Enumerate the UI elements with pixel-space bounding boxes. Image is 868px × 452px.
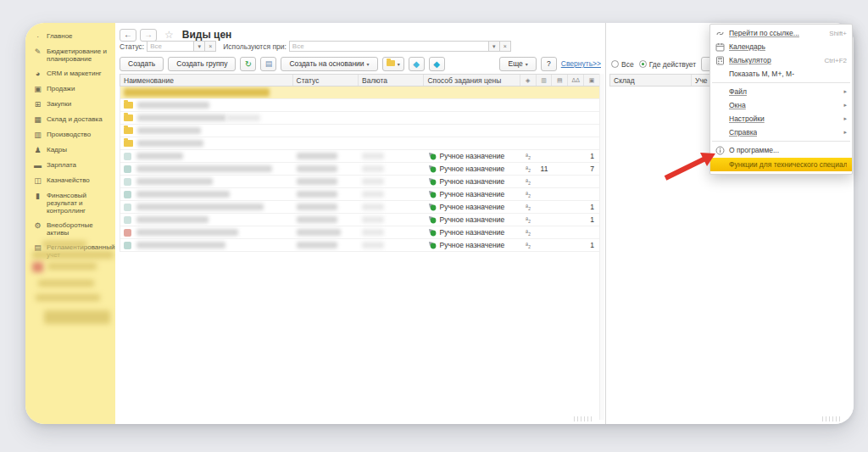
column-header-1[interactable]: Статус [293, 75, 359, 86]
diamond-action-button-2[interactable]: ◆ [429, 57, 445, 71]
radio-where-active[interactable]: Где действует [639, 60, 696, 69]
price-type-icon [124, 191, 131, 198]
help-button[interactable]: ? [541, 57, 557, 71]
person-subscript-icon: ª₂ [526, 153, 531, 160]
used-at-filter-input[interactable] [289, 41, 489, 52]
status-clear-button[interactable]: × [205, 41, 216, 52]
document-column-icon[interactable]: ▣ [584, 75, 600, 86]
table-row[interactable]: Ручное назначениеª₂ [120, 188, 600, 201]
menu-item-calculator[interactable]: Калькулятор Ctrl+F2 [710, 53, 852, 67]
collapse-link[interactable]: Свернуть>> [561, 59, 601, 68]
menu-item-info[interactable]: О программе... [710, 143, 852, 157]
menu-item-показать[interactable]: Показать M, M+, M- [710, 67, 852, 81]
blurred-text [297, 229, 341, 236]
menu-item-функции[interactable]: Функции для технического специалиста... [710, 158, 852, 171]
price-method-label: Ручное назначение [440, 215, 505, 224]
table-row[interactable]: Ручное назначениеª₂117 [120, 163, 600, 176]
name-cell [120, 226, 293, 238]
table-row[interactable]: Ручное назначениеª₂ [120, 176, 600, 188]
column-header-0[interactable]: Наименование [120, 75, 293, 86]
menu-item-calendar[interactable]: Календарь [710, 40, 852, 53]
table-row[interactable] [120, 137, 600, 150]
copy-button[interactable]: ↻ [240, 57, 256, 71]
blurred-sidebar-item [36, 294, 100, 301]
folder-icon [387, 60, 395, 66]
register-column-icon[interactable]: ▤ [552, 75, 568, 86]
menu-item-справка[interactable]: Справка ▸ [710, 126, 852, 139]
toolbar-right-group: Еще▾ ? Свернуть>> [499, 57, 601, 71]
cart-column-icon[interactable]: ▥ [537, 75, 553, 86]
sidebar: ∙ Главное ✎ Бюджетирование и планировани… [25, 23, 115, 424]
table-row[interactable]: Ручное назначениеª₂1 [120, 239, 600, 252]
flag-cell [568, 188, 584, 200]
radio-all[interactable]: Все [611, 60, 634, 69]
sidebar-item-sales[interactable]: ▣ Продажи [25, 81, 115, 97]
table-row[interactable]: Ручное назначениеª₂ [120, 226, 600, 239]
table-row[interactable] [120, 86, 600, 99]
reports-menu-button[interactable]: ▾ [382, 57, 404, 71]
table-row[interactable] [120, 112, 600, 125]
table-row[interactable]: Ручное назначениеª₂1 [120, 214, 600, 226]
menu-item-файл[interactable]: Файл ▸ [710, 85, 852, 98]
more-button[interactable]: Еще▾ [499, 57, 536, 71]
count-value: 1 [590, 241, 594, 249]
submenu-arrow-icon: ▸ [843, 102, 847, 109]
history-button[interactable]: ▤ [260, 57, 276, 71]
flag-cell [537, 125, 553, 137]
column-header-3[interactable]: Способ задания цены [424, 75, 520, 86]
status-dropdown-button[interactable]: ▾ [194, 41, 205, 52]
sidebar-item-fixed-assets[interactable]: ⚙ Внеоборотные активы [25, 218, 115, 240]
create-button[interactable]: Создать [120, 57, 164, 71]
column-header-2[interactable]: Валюта [359, 75, 424, 86]
status-filter-input[interactable] [147, 41, 194, 52]
vertical-scrollbar[interactable] [599, 74, 604, 420]
menu-shortcut: Shift+ [829, 30, 847, 37]
price-method-cell: Ручное назначение [425, 226, 520, 238]
manual-assignment-icon [428, 241, 437, 249]
table-row[interactable] [120, 99, 600, 112]
flag-cell [552, 176, 568, 187]
resize-grip[interactable] [822, 416, 841, 421]
manual-assignment-icon [428, 177, 437, 186]
sidebar-item-home[interactable]: ∙ Главное [25, 29, 115, 44]
flag-cell: ª₂ [520, 226, 537, 238]
sidebar-item-budgeting[interactable]: ✎ Бюджетирование и планирование [25, 44, 115, 66]
sidebar-item-purchases[interactable]: ⊞ Закупки [25, 97, 115, 112]
diamond-action-button-1[interactable]: ◆ [409, 57, 425, 71]
partners-column-icon[interactable]: ΔΔ [568, 75, 584, 86]
price-method-cell [425, 86, 520, 98]
blurred-text [362, 204, 384, 210]
folder-icon [124, 140, 133, 147]
sidebar-item-salary[interactable]: ▬ Зарплата [25, 158, 115, 173]
used-at-clear-button[interactable]: × [500, 41, 511, 52]
table-row[interactable] [120, 125, 600, 137]
person-subscript-icon: ª₂ [526, 204, 531, 211]
sidebar-item-production[interactable]: ▥ Производство [25, 127, 115, 142]
used-at-dropdown-button[interactable]: ▾ [489, 41, 500, 52]
create-based-on-button[interactable]: Создать на основании▾ [281, 57, 377, 71]
warehouse-column-header-0[interactable]: Склад [610, 75, 692, 86]
table-row[interactable]: Ручное назначениеª₂1 [120, 201, 600, 214]
sidebar-item-financial-result[interactable]: ▮ Финансовый результат и контроллинг [25, 188, 115, 218]
sidebar-item-warehouse[interactable]: ▦ Склад и доставка [25, 112, 115, 127]
price-method-label: Ручное назначение [440, 177, 505, 186]
status-filter-field: ▾ × [147, 41, 216, 52]
currency-cell [359, 86, 424, 98]
sidebar-item-hr[interactable]: ♟ Кадры [25, 142, 115, 158]
menu-item-link[interactable]: Перейти по ссылке... Shift+ [710, 26, 852, 40]
flag-cell [552, 137, 568, 149]
flag-cell [537, 239, 553, 251]
menu-item-окна[interactable]: Окна ▸ [710, 98, 852, 112]
sidebar-item-treasury[interactable]: ◫ Казначейство [25, 173, 115, 188]
sidebar-item-crm[interactable]: ◕ CRM и маркетинг [25, 66, 115, 81]
price-type-icon [124, 165, 131, 173]
count-value: 1 [590, 203, 594, 211]
status-cell [293, 188, 359, 200]
resize-grip[interactable] [574, 416, 593, 421]
table-row[interactable]: Ручное назначениеª₂1 [120, 150, 600, 163]
price-method-cell: Ручное назначение [425, 201, 520, 213]
flag-cell [520, 99, 537, 111]
price-tag-column-icon[interactable]: ◈ [520, 75, 537, 86]
menu-item-настройки[interactable]: Настройки ▸ [710, 112, 852, 126]
create-group-button[interactable]: Создать группу [168, 57, 236, 71]
